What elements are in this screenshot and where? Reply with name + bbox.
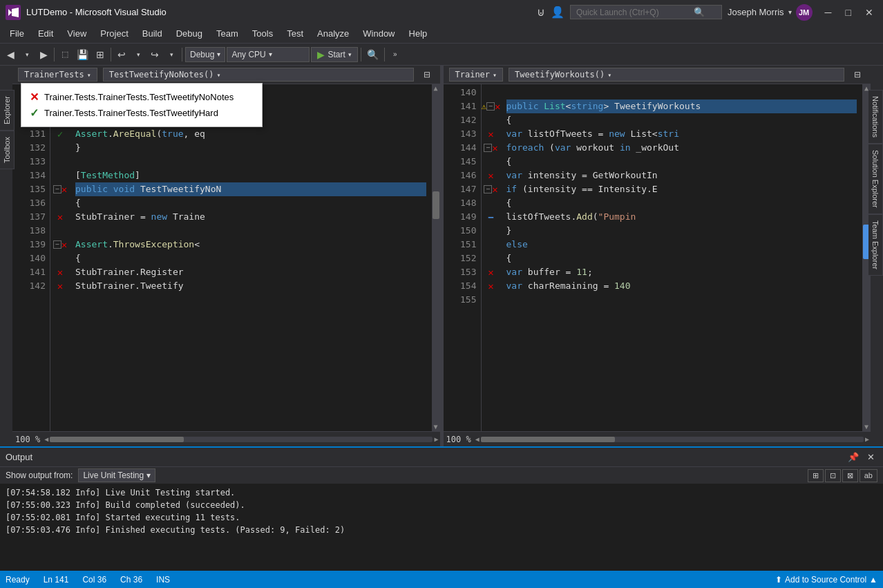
search-box[interactable]: 🔍 — [570, 5, 722, 19]
status-col: Col 36 — [82, 575, 106, 585]
menu-test[interactable]: Test — [280, 26, 310, 41]
platform-dropdown[interactable]: Any CPU ▾ — [227, 47, 310, 62]
menu-help[interactable]: Help — [402, 26, 435, 41]
right-code-area[interactable]: public List<string> TweetifyWorkouts { v… — [501, 84, 863, 431]
minimize-button[interactable]: ─ — [821, 6, 836, 19]
menu-team[interactable]: Team — [209, 26, 245, 41]
up-icon: ⬆ — [775, 575, 782, 585]
sidebar-item-notifications[interactable]: Notifications — [868, 90, 883, 144]
collapse-btn-139[interactable]: − — [53, 240, 61, 249]
output-pin-button[interactable]: 📌 — [845, 451, 862, 464]
forward-button[interactable]: ▶ — [36, 47, 51, 62]
sidebar-item-team-explorer[interactable]: Team Explorer — [868, 214, 883, 276]
collapse-btn-135[interactable]: − — [53, 185, 61, 193]
undo-group-button[interactable]: ⬚ — [57, 47, 73, 62]
left-zoom-display[interactable]: 100 % — [12, 435, 43, 444]
output-close-button[interactable]: ✕ — [864, 451, 877, 464]
right-hscroll-left[interactable]: ◀ — [474, 435, 481, 443]
code-line-133 — [75, 155, 426, 169]
back-button[interactable]: ◀ — [3, 47, 18, 62]
window-controls: ─ □ ✕ — [821, 6, 877, 19]
collapse-btn-144[interactable]: − — [484, 144, 492, 152]
output-wrap-button[interactable]: ⊞ — [808, 469, 824, 482]
platform-arrow: ▾ — [269, 50, 272, 58]
right-hscroll-thumb[interactable] — [481, 437, 615, 442]
right-nav-class-dropdown[interactable]: Trainer ▾ — [449, 68, 504, 82]
save-all-button[interactable]: ⊞ — [93, 47, 108, 62]
output-source-label: Live Unit Testing — [83, 471, 144, 480]
left-code-area[interactable]: var actual = StubTrainer var equal = act… — [70, 84, 432, 431]
sidebar-item-explorer[interactable]: Explorer — [0, 90, 15, 131]
find-button[interactable]: 🔍 — [364, 47, 381, 62]
toolbar-more[interactable]: » — [388, 47, 403, 62]
source-control-label[interactable]: Add to Source Control — [785, 575, 866, 585]
collapse-btn-141[interactable]: − — [486, 102, 495, 111]
close-button[interactable]: ✕ — [861, 6, 877, 19]
menu-build[interactable]: Build — [135, 26, 169, 41]
left-hscroll-left[interactable]: ◀ — [43, 435, 50, 443]
left-nav-method-dropdown[interactable]: TestTweetifyNoNotes() ▾ — [103, 68, 414, 82]
menu-analyze[interactable]: Analyze — [310, 26, 356, 41]
right-zoom-display[interactable]: 100 % — [444, 435, 474, 444]
right-editor-content: 140 141 142 143 144 145 146 147 148 149 … — [444, 84, 871, 431]
account-icon: 👤 — [551, 6, 564, 19]
back-dropdown[interactable]: ▾ — [19, 47, 35, 62]
collapse-btn-147[interactable]: − — [484, 185, 492, 193]
output-regex-button[interactable]: ab — [860, 469, 877, 482]
code-line-139: Assert.ThrowsException< — [75, 238, 426, 252]
menu-window[interactable]: Window — [356, 26, 401, 41]
redo-button[interactable]: ↪ — [147, 47, 162, 62]
status-source-control: ⬆ Add to Source Control ▲ — [775, 575, 877, 585]
start-label: Start — [327, 50, 345, 59]
left-nav-method-label: TestTweetifyNoNotes() — [109, 70, 214, 79]
menu-tools[interactable]: Tools — [245, 26, 280, 41]
save-button[interactable]: 💾 — [74, 47, 91, 62]
right-hscroll-right[interactable]: ▶ — [864, 435, 871, 443]
status-bar: Ready Ln 141 Col 36 Ch 36 INS ⬆ Add to S… — [0, 571, 883, 588]
left-hscroll-bar: 100 % ◀ ▶ — [12, 431, 440, 446]
redo-dropdown[interactable]: ▾ — [164, 47, 179, 62]
right-vscroll-down-btn[interactable]: ▼ — [862, 423, 871, 431]
main-area: TrainerTests ▾ TestTweetifyNoNotes() ▾ ⊟… — [0, 66, 883, 571]
vscroll-thumb[interactable] — [433, 191, 439, 219]
right-nav-method-dropdown[interactable]: TweetifyWorkouts() ▾ — [509, 68, 844, 82]
left-editor-content: 128 129 130 131 132 133 134 135 136 137 … — [12, 84, 440, 431]
left-hscroll-right[interactable]: ▶ — [433, 435, 439, 443]
user-avatar: JM — [796, 4, 813, 21]
sidebar-item-solution-explorer[interactable]: Solution Explorer — [868, 144, 883, 214]
left-nav-class-label: TrainerTests — [24, 70, 84, 79]
left-vscrollbar[interactable]: ▲ ▼ — [432, 84, 440, 431]
output-source-arrow: ▾ — [146, 471, 151, 480]
fail-test-name: Trainer.Tests.TrainerTests.TestTweetifyN… — [44, 92, 234, 102]
left-nav-class-dropdown[interactable]: TrainerTests ▾ — [18, 68, 97, 82]
vscroll-down-btn[interactable]: ▼ — [432, 423, 440, 431]
sidebar-item-toolbox[interactable]: Toolbox — [0, 131, 15, 169]
start-button[interactable]: ▶ Start ▾ — [311, 47, 357, 62]
split-editor-button[interactable]: ⊟ — [419, 67, 435, 82]
start-arrow: ▾ — [348, 51, 352, 58]
right-split-editor-button[interactable]: ⊟ — [850, 67, 865, 82]
vscroll-up-btn[interactable]: ▲ — [432, 84, 440, 93]
config-label: Debug — [190, 50, 214, 59]
output-copy-button[interactable]: ⊡ — [825, 469, 841, 482]
left-hscroll-thumb[interactable] — [50, 437, 184, 442]
menu-debug[interactable]: Debug — [169, 26, 209, 41]
code-line-136: { — [75, 196, 426, 210]
right-hscroll-bar: 100 % ◀ ▶ — [444, 431, 871, 446]
menu-file[interactable]: File — [3, 26, 31, 41]
pass-icon: ✓ — [30, 106, 39, 120]
search-input[interactable] — [576, 8, 694, 17]
config-dropdown[interactable]: Debug ▾ — [185, 47, 225, 62]
menu-edit[interactable]: Edit — [31, 26, 60, 41]
output-source-dropdown[interactable]: Live Unit Testing ▾ — [78, 468, 155, 482]
r-code-line-143: var listOfTweets = new List<stri — [506, 127, 857, 141]
output-clear-button[interactable]: ⊠ — [842, 469, 858, 482]
menu-project[interactable]: Project — [93, 26, 135, 41]
code-line-135: public void TestTweetifyNoN — [75, 182, 426, 196]
maximize-button[interactable]: □ — [842, 6, 855, 19]
menu-view[interactable]: View — [60, 26, 93, 41]
undo-dropdown[interactable]: ▾ — [131, 47, 146, 62]
undo-button[interactable]: ↩ — [114, 47, 129, 62]
right-line-numbers: 140 141 142 143 144 145 146 147 148 149 … — [444, 84, 482, 431]
user-name: Joseph Morris — [728, 7, 784, 17]
